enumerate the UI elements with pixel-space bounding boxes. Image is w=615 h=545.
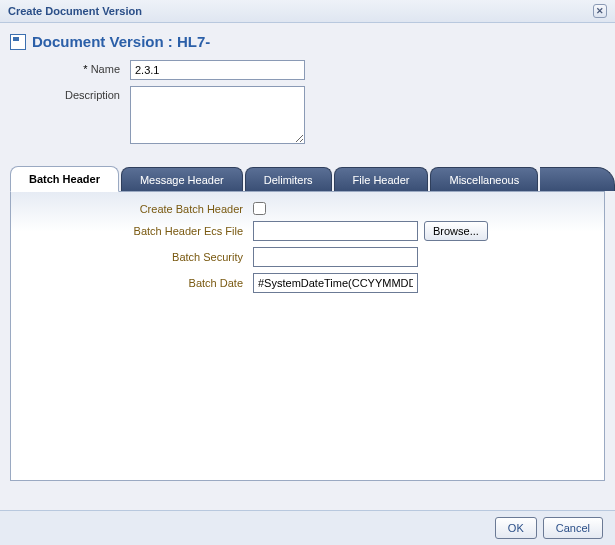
browse-button[interactable]: Browse... <box>424 221 488 241</box>
tab-panel-batch-header: Create Batch Header Batch Header Ecs Fil… <box>10 191 605 481</box>
document-icon <box>10 34 26 50</box>
name-label: Name <box>10 60 130 75</box>
batch-date-input[interactable] <box>253 273 418 293</box>
tab-tail <box>540 167 615 191</box>
tab-batch-header[interactable]: Batch Header <box>10 166 119 192</box>
ok-button[interactable]: OK <box>495 517 537 539</box>
create-batch-header-checkbox[interactable] <box>253 202 266 215</box>
tab-file-header[interactable]: File Header <box>334 167 429 191</box>
dialog-footer: OK Cancel <box>0 510 615 545</box>
create-batch-header-label: Create Batch Header <box>23 203 253 215</box>
dialog-title: Create Document Version <box>8 5 142 17</box>
batch-security-input[interactable] <box>253 247 418 267</box>
tab-delimiters[interactable]: Delimiters <box>245 167 332 191</box>
batch-security-label: Batch Security <box>23 251 253 263</box>
dialog-titlebar: Create Document Version ✕ <box>0 0 615 23</box>
close-icon[interactable]: ✕ <box>593 4 607 18</box>
tab-miscellaneous[interactable]: Miscellaneous <box>430 167 538 191</box>
tab-label: Batch Header <box>29 173 100 185</box>
tab-label: Delimiters <box>264 174 313 186</box>
ecs-file-input[interactable] <box>253 221 418 241</box>
page-header: Document Version : HL7- <box>0 23 615 58</box>
cancel-button[interactable]: Cancel <box>543 517 603 539</box>
batch-date-label: Batch Date <box>23 277 253 289</box>
description-label: Description <box>10 86 130 101</box>
description-textarea[interactable] <box>130 86 305 144</box>
ecs-file-label: Batch Header Ecs File <box>23 225 253 237</box>
tab-label: File Header <box>353 174 410 186</box>
name-input[interactable] <box>130 60 305 80</box>
page-title: Document Version : HL7- <box>32 33 210 50</box>
form-top: Name Description <box>0 58 615 166</box>
tab-strip: Batch Header Message Header Delimiters F… <box>0 166 615 191</box>
tab-label: Message Header <box>140 174 224 186</box>
tab-label: Miscellaneous <box>449 174 519 186</box>
tab-message-header[interactable]: Message Header <box>121 167 243 191</box>
